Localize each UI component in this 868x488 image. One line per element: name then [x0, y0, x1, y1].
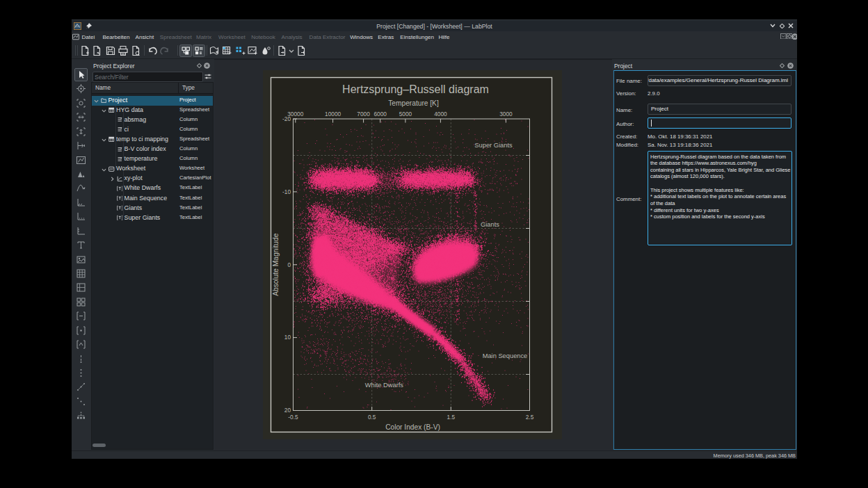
svg-text:4000: 4000	[434, 111, 447, 117]
svg-text:-20: -20	[282, 115, 291, 122]
svg-text:Temperature [K]: Temperature [K]	[388, 99, 439, 107]
svg-text:6000: 6000	[373, 111, 387, 117]
svg-text:White Dwarfs: White Dwarfs	[365, 382, 404, 389]
svg-text:Giants: Giants	[481, 221, 499, 228]
svg-text:-10: -10	[282, 188, 291, 195]
svg-text:10: 10	[284, 334, 291, 341]
svg-text:Color Index (B-V): Color Index (B-V)	[385, 423, 440, 431]
svg-text:7000: 7000	[357, 111, 370, 117]
svg-text:2.5: 2.5	[526, 414, 534, 421]
svg-text:1.5: 1.5	[447, 414, 456, 421]
svg-text:0: 0	[287, 261, 291, 268]
svg-text:Hertzsprung–Russell diagram: Hertzsprung–Russell diagram	[342, 83, 489, 95]
svg-text:-0.5: -0.5	[288, 414, 298, 421]
svg-text:Absolute Magnitude: Absolute Magnitude	[272, 233, 280, 295]
svg-text:10000: 10000	[325, 111, 341, 117]
svg-text:3000: 3000	[499, 111, 513, 117]
svg-text:Main Sequence: Main Sequence	[483, 352, 528, 359]
svg-text:Super Giants: Super Giants	[474, 142, 513, 149]
svg-text:0.5: 0.5	[368, 414, 376, 421]
svg-text:5000: 5000	[399, 111, 412, 117]
